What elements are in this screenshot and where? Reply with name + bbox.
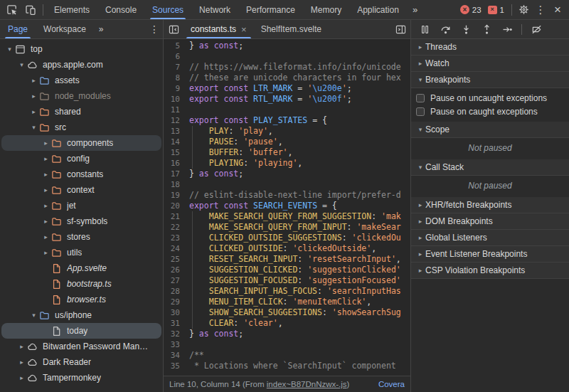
collapsed-arrow-icon[interactable]: ▸ [16,374,27,381]
tree-item-context[interactable]: ▸context [1,182,161,198]
line-number[interactable]: 11 [164,105,189,115]
close-tab-icon[interactable]: × [241,25,247,34]
more-panels-button[interactable]: » [407,4,424,15]
line-number[interactable]: 34 [164,350,189,361]
section-header-call-stack[interactable]: ▾Call Stack [411,159,569,176]
line-number[interactable]: 5 [164,41,189,51]
tree-item-bootstrap-ts[interactable]: bootstrap.ts [1,276,161,292]
line-number[interactable]: 17 [164,169,189,179]
mapped-file-link[interactable]: index~B87DnNzwx-.js [267,380,347,388]
pause-icon[interactable] [417,21,432,37]
tree-item-utils[interactable]: ▸utils [1,245,161,260]
collapsed-arrow-icon[interactable]: ▸ [16,359,27,366]
line-number[interactable]: 32 [164,329,189,339]
close-devtools-icon[interactable]: × [549,1,566,18]
line-number[interactable]: 24 [164,243,189,254]
navigator-tab-workspace[interactable]: Workspace [36,20,94,38]
line-number[interactable]: 25 [164,254,189,265]
console-errors-badge[interactable]: × 23 [460,5,482,14]
section-header-global-listeners[interactable]: ▸Global Listeners [411,230,569,246]
panel-tab-elements[interactable]: Elements [46,0,97,19]
inspect-element-icon[interactable] [3,1,21,18]
collapsed-arrow-icon[interactable]: ▸ [41,202,51,209]
section-header-event-listener-breakpoints[interactable]: ▸Event Listener Breakpoints [411,246,569,263]
code-editor[interactable]: 5} as const;67// https://www.fileformat.… [164,39,410,376]
section-header-dom-breakpoints[interactable]: ▸DOM Breakpoints [411,213,569,230]
coverage-link[interactable]: Covera [378,380,405,388]
collapsed-arrow-icon[interactable]: ▸ [41,233,51,240]
line-number[interactable]: 15 [164,147,189,158]
line-number[interactable]: 6 [164,51,189,62]
line-number[interactable]: 29 [164,297,189,307]
line-number[interactable]: 14 [164,137,189,147]
editor-tab-constants-ts[interactable]: constants.ts× [184,20,254,38]
expanded-arrow-icon[interactable]: ▾ [16,61,27,68]
panel-tab-memory[interactable]: Memory [303,0,349,19]
expanded-arrow-icon[interactable]: ▾ [4,46,15,53]
tree-item-apps-apple-com[interactable]: ▾apps.apple.com [1,57,161,73]
checkbox-row-pause-on-uncaught-exceptions[interactable]: Pause on uncaught exceptions [411,91,569,105]
editor-tab-shelfitem-svelte[interactable]: ShelfItem.svelte [254,20,329,38]
deactivate-breakpoints-icon[interactable] [528,21,544,37]
line-number[interactable]: 20 [164,201,189,211]
line-number[interactable]: 27 [164,275,189,286]
line-number[interactable]: 35 [164,361,189,371]
collapsed-arrow-icon[interactable]: ▸ [28,108,39,115]
collapsed-arrow-icon[interactable]: ▸ [28,77,39,84]
line-number[interactable]: 30 [164,307,189,318]
line-number[interactable]: 7 [164,62,189,73]
section-header-threads[interactable]: ▸Threads [411,39,569,55]
line-number[interactable]: 33 [164,339,189,350]
step-icon[interactable] [499,21,515,37]
step-out-icon[interactable] [479,21,494,37]
collapsed-arrow-icon[interactable]: ▸ [41,139,51,147]
tree-item-tampermonkey[interactable]: ▸Tampermonkey [1,370,161,386]
toggle-navigator-icon[interactable] [164,20,184,38]
panel-tab-performance[interactable]: Performance [238,0,303,19]
navigator-tab-page[interactable]: Page [0,20,36,38]
line-number[interactable]: 9 [164,83,189,94]
tree-item-shared[interactable]: ▸shared [1,104,161,120]
device-toolbar-icon[interactable] [21,1,40,18]
checkbox-row-pause-on-caught-exceptions[interactable]: Pause on caught exceptions [411,105,569,118]
tree-item-src[interactable]: ▾src [1,120,161,135]
line-number[interactable]: 23 [164,233,189,243]
line-number[interactable]: 13 [164,126,189,137]
navigator-menu-kebab-icon[interactable]: ⋮ [146,20,163,38]
step-into-icon[interactable] [458,21,474,37]
tree-item-app-svelte[interactable]: App.svelte [1,260,161,276]
tree-item-dark-reader[interactable]: ▸Dark Reader [1,354,161,370]
tree-item-components[interactable]: ▸components [1,135,161,151]
tree-item-top[interactable]: ▾top [1,41,161,57]
navigator-more-tabs-button[interactable]: » [94,20,109,38]
toggle-debugger-sidebar-icon[interactable] [390,20,410,38]
collapsed-arrow-icon[interactable]: ▸ [41,218,51,225]
line-number[interactable]: 22 [164,222,189,233]
step-over-icon[interactable] [437,21,453,37]
collapsed-arrow-icon[interactable]: ▸ [41,249,51,256]
line-number[interactable]: 8 [164,73,189,83]
panel-tab-application[interactable]: Application [349,0,407,19]
tree-item-node-modules[interactable]: ▸node_modules [1,88,161,104]
tree-item-config[interactable]: ▸config [1,151,161,166]
section-header-csp-violation-breakpoints[interactable]: ▸CSP Violation Breakpoints [411,263,569,279]
collapsed-arrow-icon[interactable]: ▸ [41,186,51,194]
tree-item-stores[interactable]: ▸stores [1,229,161,245]
section-header-breakpoints[interactable]: ▾Breakpoints [411,72,569,88]
panel-tab-console[interactable]: Console [97,0,144,19]
collapsed-arrow-icon[interactable]: ▸ [41,171,51,178]
tree-item-us-iphone[interactable]: ▾us/iphone [1,307,161,323]
collapsed-arrow-icon[interactable]: ▸ [41,155,51,162]
line-number[interactable]: 12 [164,115,189,126]
tree-item-assets[interactable]: ▸assets [1,73,161,88]
expanded-arrow-icon[interactable]: ▾ [28,312,39,319]
panel-tab-network[interactable]: Network [191,0,238,19]
section-header-scope[interactable]: ▾Scope [411,122,569,138]
line-number[interactable]: 28 [164,286,189,297]
tree-item-browser-ts[interactable]: browser.ts [1,292,161,307]
settings-gear-icon[interactable] [515,1,532,18]
line-number[interactable]: 26 [164,265,189,275]
line-number[interactable]: 21 [164,211,189,222]
expanded-arrow-icon[interactable]: ▾ [28,124,39,131]
tree-item-bitwarden-password-man[interactable]: ▸Bitwarden Password Man… [1,339,161,354]
